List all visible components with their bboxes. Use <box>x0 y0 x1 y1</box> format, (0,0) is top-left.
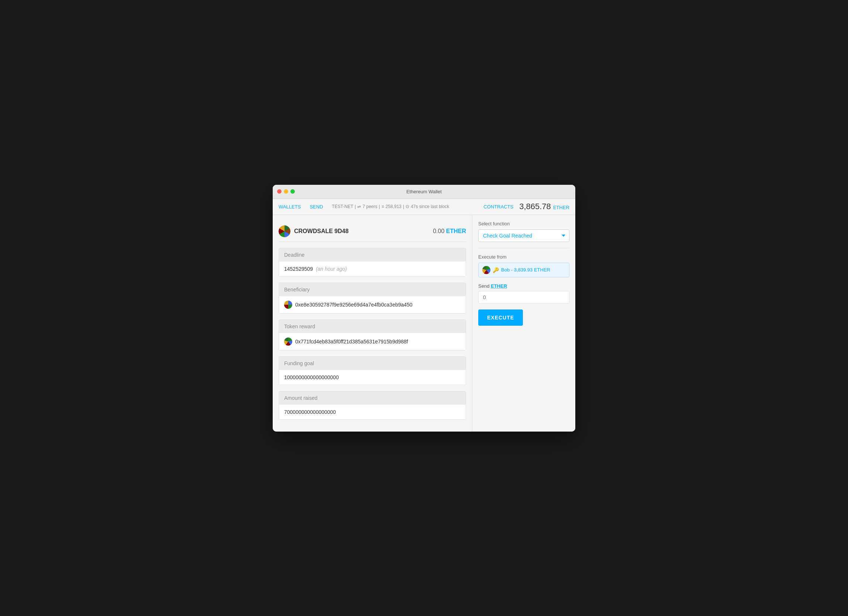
beneficiary-label: Beneficiary <box>279 283 466 296</box>
contracts-nav[interactable]: CONTRACTS <box>483 204 513 210</box>
contract-name: CROWDSALE 9D48 <box>294 228 349 235</box>
content: CROWDSALE 9D48 0.00 ETHER Deadline 14525… <box>273 215 575 432</box>
maximize-button[interactable] <box>291 189 295 194</box>
funding-goal-label: Funding goal <box>279 357 466 370</box>
balance-unit: ETHER <box>553 205 569 210</box>
app-window: Ethereum Wallet WALLETS SEND TEST-NET | … <box>273 185 575 432</box>
titlebar: Ethereum Wallet <box>273 185 575 199</box>
token-reward-section: Token reward 0x771fcd4eb83a5f0ff21d385a5… <box>279 320 466 350</box>
wifi-icon: ⇌ <box>357 204 361 209</box>
wallets-nav[interactable]: WALLETS <box>279 204 301 210</box>
execute-from-label: Execute from <box>478 254 569 260</box>
network-label: TEST-NET <box>332 204 353 209</box>
window-title: Ethereum Wallet <box>406 189 442 194</box>
funding-goal-value: 1000000000000000000 <box>279 370 466 385</box>
execute-button[interactable]: EXECUTE <box>478 309 523 326</box>
clock-icon: ⊙ <box>406 204 409 209</box>
amount-raised-value: 700000000000000000 <box>279 405 466 419</box>
deadline-ago: (an hour ago) <box>316 266 347 272</box>
token-reward-value: 0x771fcd4eb83a5f0ff21d385a5631e7915b9d98… <box>279 333 466 350</box>
blocks-count: 258,913 <box>385 204 402 209</box>
divider <box>478 248 569 248</box>
blocks-icon: ≡ <box>382 204 384 209</box>
minimize-button[interactable] <box>284 189 288 194</box>
amount-raised-label: Amount raised <box>279 391 466 405</box>
contract-balance-display: 0.00 ETHER <box>433 228 466 235</box>
key-icon: 🔑 <box>493 267 499 273</box>
send-ether-unit: ETHER <box>491 283 507 289</box>
account-name: Bob - 3,839.93 ETHER <box>501 267 550 272</box>
contract-header: CROWDSALE 9D48 0.00 ETHER <box>279 221 466 242</box>
network-status: TEST-NET | ⇌ 7 peers | ≡ 258,913 | ⊙ 47s… <box>332 204 449 209</box>
send-ether-input[interactable] <box>478 291 569 304</box>
separator2: | <box>379 204 380 209</box>
token-reward-label: Token reward <box>279 320 466 333</box>
function-select[interactable]: Check Goal Reached <box>478 230 569 242</box>
deadline-section: Deadline 1452529509 (an hour ago) <box>279 248 466 277</box>
token-reward-icon <box>284 338 292 346</box>
deadline-label: Deadline <box>279 248 466 262</box>
beneficiary-icon <box>284 301 292 309</box>
funding-goal-section: Funding goal 1000000000000000000 <box>279 356 466 385</box>
beneficiary-section: Beneficiary 0xe8e30592787f9e9256e69d4a7e… <box>279 283 466 314</box>
contract-title-row: CROWDSALE 9D48 <box>279 225 349 237</box>
close-button[interactable] <box>277 189 282 194</box>
right-panel: Select function Check Goal Reached Execu… <box>472 215 575 432</box>
balance-amount: 3,865.78 ETHER <box>519 202 569 211</box>
nav-right: CONTRACTS 3,865.78 ETHER <box>483 202 569 211</box>
amount-raised-section: Amount raised 700000000000000000 <box>279 391 466 420</box>
main-panel: CROWDSALE 9D48 0.00 ETHER Deadline 14525… <box>273 215 472 432</box>
send-ether-label: Send ETHER <box>478 283 569 289</box>
deadline-value: 1452529509 (an hour ago) <box>279 262 466 276</box>
account-icon <box>482 266 491 274</box>
separator3: | <box>403 204 404 209</box>
execute-from-account[interactable]: 🔑 Bob - 3,839.93 ETHER <box>478 263 569 277</box>
select-function-label: Select function <box>478 221 569 227</box>
traffic-lights <box>277 189 295 194</box>
send-nav[interactable]: SEND <box>310 204 323 210</box>
navbar: WALLETS SEND TEST-NET | ⇌ 7 peers | ≡ 25… <box>273 199 575 215</box>
contract-icon <box>279 225 291 237</box>
beneficiary-value: 0xe8e30592787f9e9256e69d4a7e4fb0ca3eb9a4… <box>279 296 466 313</box>
separator: | <box>354 204 356 209</box>
last-block: 47s since last block <box>411 204 449 209</box>
peers-count: 7 peers <box>362 204 377 209</box>
